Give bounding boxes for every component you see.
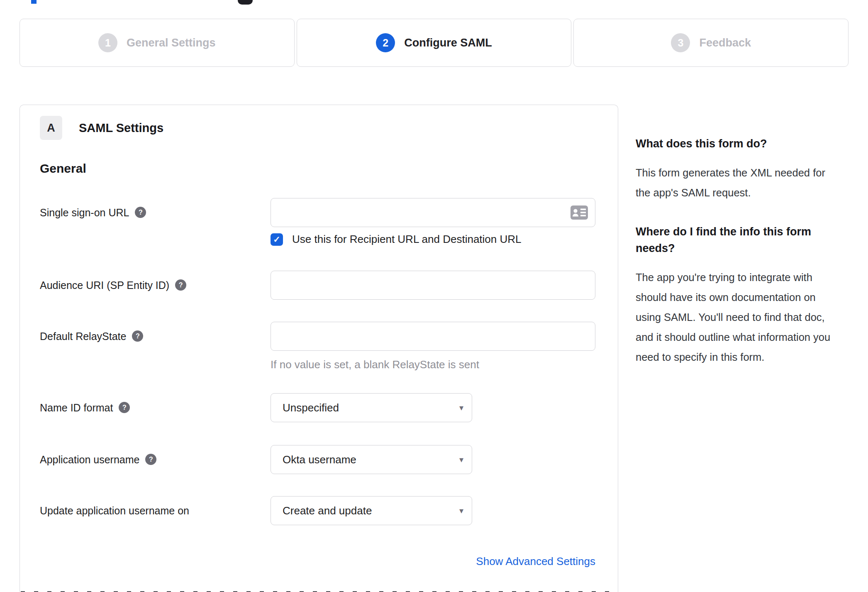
- select-value: Unspecified: [283, 401, 339, 414]
- help-section-title: What does this form do?: [636, 135, 841, 152]
- step-label: Feedback: [699, 37, 751, 49]
- saml-settings-panel: A SAML Settings General Single sign-on U…: [20, 105, 618, 592]
- chevron-down-icon: ▾: [459, 506, 463, 516]
- clipped-app-logo-fragment: [31, 0, 37, 4]
- field-label: Application username: [40, 453, 139, 466]
- relaystate-hint: If no value is set, a blank RelayState i…: [271, 358, 598, 371]
- step-label: Configure SAML: [404, 37, 492, 49]
- help-icon[interactable]: ?: [132, 330, 143, 342]
- help-section-title: Where do I find the info this form needs…: [636, 223, 841, 257]
- recipient-url-checkbox[interactable]: ✓: [271, 233, 283, 246]
- help-section-body: The app you're trying to integrate with …: [636, 267, 841, 367]
- contact-card-icon: [571, 205, 588, 220]
- help-icon[interactable]: ?: [175, 279, 186, 291]
- step-configure-saml[interactable]: 2 Configure SAML: [297, 19, 572, 67]
- recipient-url-checkbox-row: ✓ Use this for Recipient URL and Destina…: [271, 233, 598, 246]
- clipped-app-icon-fragment: [238, 0, 253, 5]
- field-label: Default RelayState: [40, 330, 126, 342]
- help-icon[interactable]: ?: [135, 207, 146, 218]
- field-label: Audience URI (SP Entity ID): [40, 279, 169, 291]
- audience-uri-input[interactable]: [271, 271, 595, 300]
- application-username-select[interactable]: Okta username ▾: [271, 445, 472, 474]
- help-section-body: This form generates the XML needed for t…: [636, 163, 841, 203]
- chevron-down-icon: ▾: [459, 455, 463, 465]
- show-advanced-settings-link[interactable]: Show Advanced Settings: [476, 555, 595, 568]
- help-section-where: Where do I find the info this form needs…: [636, 223, 841, 367]
- field-label: Name ID format: [40, 401, 113, 414]
- field-label: Update application username on: [40, 504, 189, 517]
- help-icon[interactable]: ?: [119, 402, 130, 413]
- help-icon[interactable]: ?: [145, 454, 156, 465]
- field-row-single-sign-on-url: Single sign-on URL ? ✓: [40, 198, 598, 246]
- select-value: Okta username: [283, 453, 356, 466]
- field-row-update-application-username: Update application username on Create an…: [40, 496, 598, 525]
- step-feedback[interactable]: 3 Feedback: [573, 19, 848, 67]
- wizard-stepper: 1 General Settings 2 Configure SAML 3 Fe…: [20, 19, 848, 67]
- section-header: A SAML Settings: [40, 116, 598, 140]
- section-title: SAML Settings: [79, 121, 163, 135]
- section-letter-badge: A: [40, 116, 62, 140]
- checkbox-label: Use this for Recipient URL and Destinati…: [292, 233, 522, 246]
- field-row-application-username: Application username ? Okta username ▾: [40, 445, 598, 474]
- chevron-down-icon: ▾: [459, 403, 463, 413]
- update-application-username-select[interactable]: Create and update ▾: [271, 496, 472, 525]
- step-number-badge: 1: [98, 33, 117, 52]
- help-sidebar: What does this form do? This form genera…: [636, 135, 841, 367]
- single-sign-on-url-input[interactable]: [271, 198, 595, 227]
- field-label: Single sign-on URL: [40, 206, 129, 219]
- default-relaystate-input[interactable]: [271, 322, 595, 351]
- field-row-audience-uri: Audience URI (SP Entity ID) ?: [40, 271, 598, 300]
- general-group-heading: General: [40, 161, 598, 176]
- select-value: Create and update: [283, 504, 372, 517]
- step-general-settings[interactable]: 1 General Settings: [20, 19, 295, 67]
- step-number-badge: 3: [671, 33, 690, 52]
- step-number-badge: 2: [376, 33, 395, 52]
- help-section-what: What does this form do? This form genera…: [636, 135, 841, 203]
- name-id-format-select[interactable]: Unspecified ▾: [271, 393, 472, 422]
- step-label: General Settings: [127, 37, 216, 49]
- field-row-name-id-format: Name ID format ? Unspecified ▾: [40, 393, 598, 422]
- field-row-default-relaystate: Default RelayState ? If no value is set,…: [40, 322, 598, 371]
